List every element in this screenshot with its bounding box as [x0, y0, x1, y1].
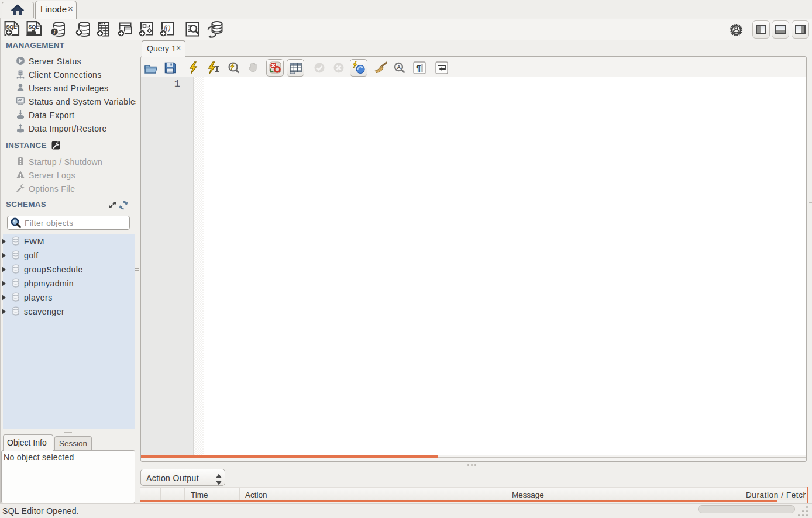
svg-text:¶: ¶ [416, 63, 421, 73]
svg-text:SQL: SQL [28, 23, 39, 30]
svg-text:A: A [397, 64, 401, 70]
